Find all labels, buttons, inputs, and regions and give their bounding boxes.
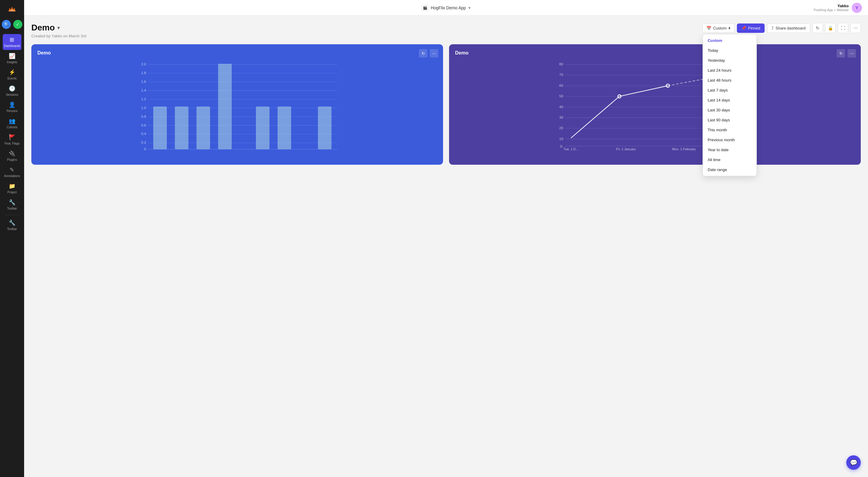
chart1-more[interactable]: ⋯	[430, 49, 438, 58]
sidebar-label-sessions: Sessions	[6, 93, 19, 96]
sidebar-item-persons[interactable]: 👤 Persons	[3, 99, 22, 115]
sidebar-item-cohorts[interactable]: 👥 Cohorts	[3, 115, 22, 131]
chart-card-1: Demo ↻ ⋯ 2.0 1.8 1.6 1.4 1.2 1.0 0.8	[31, 44, 443, 165]
chart2-actions: ↻ ⋯	[837, 49, 856, 58]
dropdown-item-prevmonth[interactable]: Previous month	[703, 135, 756, 145]
svg-text:Tue. 1 D...: Tue. 1 D...	[564, 147, 579, 151]
refresh-icon: ↻	[816, 26, 819, 30]
calendar-icon: 📅	[707, 26, 711, 30]
sidebar-divider	[5, 215, 19, 215]
share-dashboard-button[interactable]: ⤴ Share dashboard	[767, 24, 810, 33]
pinned-label: Pinned	[748, 26, 760, 30]
sidebar-item-feat-flags[interactable]: 🚩 Feat. Flags	[3, 132, 22, 147]
date-range-dropdown: CustomTodayYesterdayLast 24 hoursLast 48…	[703, 34, 757, 176]
sidebar-item-plugins[interactable]: 🔌 Plugins	[3, 148, 22, 164]
svg-text:Fri. 1 January: Fri. 1 January	[616, 147, 636, 151]
topbar: 🎬 HogFlix Demo App ▾ Yakko PostHog App +…	[24, 0, 868, 16]
user-subtitle: PostHog App + Website	[814, 8, 849, 12]
date-range-button[interactable]: 📅 Custom ▾	[703, 24, 735, 33]
bar-1	[175, 107, 188, 149]
toolbar-icon: 🔧	[9, 199, 16, 206]
sidebar-nav: ⊞ Dashboards 📈 Insights ⚡ Events 🕐 Sessi…	[3, 34, 22, 213]
dropdown-item-last7[interactable]: Last 7 days	[703, 85, 756, 95]
dropdown-item-yeartodate[interactable]: Year to date	[703, 145, 756, 155]
svg-text:0.4: 0.4	[141, 132, 146, 136]
svg-text:0.2: 0.2	[141, 140, 146, 144]
page-title: Demo ▾	[31, 23, 86, 33]
dropdown-item-today[interactable]: Today	[703, 45, 756, 56]
user-name: Yakko	[814, 4, 849, 8]
svg-text:20: 20	[559, 126, 564, 130]
dropdown-item-last48[interactable]: Last 48 hours	[703, 75, 756, 85]
chart1-refresh[interactable]: ↻	[419, 49, 427, 58]
check-icon[interactable]: ✓	[13, 20, 22, 29]
line-chart-area: 80 70 60 50 40 30 20 10 0-	[455, 61, 855, 151]
search-icon[interactable]: 🔍	[2, 20, 11, 29]
svg-text:1.6: 1.6	[141, 79, 146, 83]
sidebar-label-toolbar: Toolbar	[7, 227, 17, 231]
dropdown-item-daterange[interactable]: Date range	[703, 165, 756, 175]
user-avatar[interactable]: Y	[852, 3, 862, 13]
sidebar: 🔍 ✓ ⊞ Dashboards 📈 Insights ⚡ Events 🕐 S…	[0, 0, 24, 477]
svg-text:1.0: 1.0	[141, 106, 146, 110]
dropdown-item-last30[interactable]: Last 30 days	[703, 105, 756, 115]
sidebar-item-toolbar[interactable]: 🔧 Toolbar	[0, 217, 24, 233]
dropdown-item-thismonth[interactable]: This month	[703, 125, 756, 135]
sidebar-label-insights: Insights	[7, 61, 17, 64]
svg-text:Mon. 1 February: Mon. 1 February	[672, 147, 696, 151]
sidebar-item-sessions[interactable]: 🕐 Sessions	[3, 83, 22, 99]
page-title-chevron[interactable]: ▾	[57, 25, 60, 31]
persons-icon: 👤	[9, 101, 16, 108]
chart2-more[interactable]: ⋯	[847, 49, 856, 58]
events-icon: ⚡	[9, 69, 16, 76]
date-range-label: Custom	[713, 26, 727, 30]
sidebar-label-feat-flags: Feat. Flags	[4, 142, 20, 145]
page-title-text: Demo	[31, 23, 55, 33]
date-chevron-icon: ▾	[728, 26, 731, 30]
svg-text:30: 30	[559, 115, 564, 119]
dropdown-item-last14[interactable]: Last 14 days	[703, 95, 756, 105]
sidebar-item-insights[interactable]: 📈 Insights	[3, 50, 22, 66]
toolbar-icon: 🔧	[9, 219, 16, 226]
dropdown-item-custom[interactable]: Custom	[703, 36, 756, 45]
pinned-button[interactable]: 📌 Pinned	[737, 24, 765, 33]
topbar-app-name[interactable]: 🎬 HogFlix Demo App ▾	[422, 4, 470, 11]
insights-icon: 📈	[9, 53, 16, 59]
sidebar-item-events[interactable]: ⚡ Events	[3, 67, 22, 82]
project-icon: 📁	[9, 183, 16, 190]
dropdown-item-yesterday[interactable]: Yesterday	[703, 56, 756, 65]
fullscreen-button[interactable]: ⛶	[838, 23, 848, 33]
top-icons: 🔍 ✓	[0, 18, 24, 31]
feat-flags-icon: 🚩	[9, 134, 16, 141]
more-button[interactable]: ⋯	[850, 23, 861, 33]
refresh-button[interactable]: ↻	[812, 23, 823, 33]
sidebar-label-plugins: Plugins	[7, 158, 17, 161]
line-chart-svg: 80 70 60 50 40 30 20 10 0-	[455, 61, 855, 151]
bar-6	[278, 107, 291, 149]
sidebar-item-dashboards[interactable]: ⊞ Dashboards	[3, 34, 22, 50]
lock-icon: 🔒	[828, 26, 833, 30]
chart2-title: Demo	[455, 50, 855, 56]
sidebar-item-toolbar[interactable]: 🔧 Toolbar	[3, 197, 22, 213]
lock-button[interactable]: 🔒	[825, 23, 835, 33]
svg-text:70: 70	[559, 73, 564, 76]
svg-text:1.2: 1.2	[141, 97, 146, 101]
content-area: Demo ▾ Created by Yakko on March 3rd 📅 C…	[24, 16, 868, 477]
chart-card-2: Demo ↻ ⋯ 80 70 60 50 40 30 20 10	[449, 44, 861, 165]
sidebar-item-project[interactable]: 📁 Project	[3, 180, 22, 196]
bar-chart-svg: 2.0 1.8 1.6 1.4 1.2 1.0 0.8 0.6 0.4 0.2 …	[37, 61, 437, 151]
dropdown-item-last24[interactable]: Last 24 hours	[703, 65, 756, 75]
chat-button[interactable]: 💬	[846, 455, 861, 470]
chart2-refresh[interactable]: ↻	[837, 49, 845, 58]
line-solid	[571, 86, 668, 138]
sidebar-item-annotations[interactable]: ✎ Annotations	[3, 164, 22, 180]
svg-text:50: 50	[559, 94, 564, 98]
topbar-right: Yakko PostHog App + Website Y	[814, 3, 862, 13]
sidebar-logo	[5, 2, 19, 16]
dropdown-item-alltime[interactable]: All time	[703, 155, 756, 165]
app-chevron[interactable]: ▾	[468, 5, 470, 10]
sidebar-label-persons: Persons	[7, 109, 18, 113]
dropdown-item-last90[interactable]: Last 90 days	[703, 115, 756, 125]
page-subtitle: Created by Yakko on March 3rd	[31, 34, 86, 38]
bar-5	[256, 107, 270, 149]
